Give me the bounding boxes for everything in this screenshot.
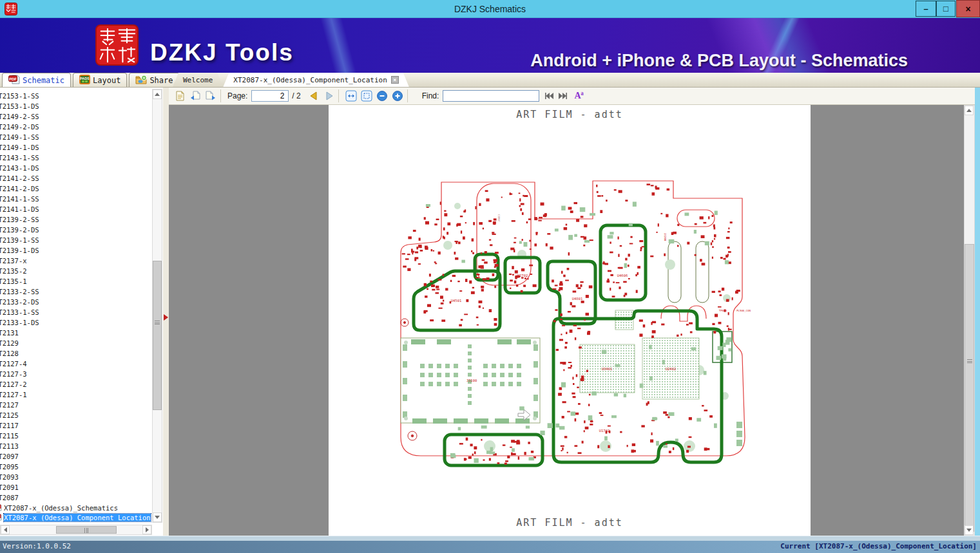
sidebar-item[interactable]: XT2117 [0, 420, 152, 431]
scroll-down-arrow[interactable] [153, 512, 162, 522]
sidebar-item[interactable]: XT2087 [0, 492, 152, 503]
sidebar-item[interactable]: XT2135-1 [0, 276, 152, 286]
svg-text:J3100: J3100 [466, 379, 477, 382]
tab-bar: PDFSchematicPADSLayoutShare WelcomeXT208… [0, 73, 980, 88]
banner-app-name: DZKJ Tools [150, 39, 294, 66]
bottom-strip [0, 536, 980, 541]
minimize-button[interactable]: – [916, 1, 936, 17]
page-total: / 2 [292, 91, 300, 100]
bga-areas [580, 310, 699, 399]
sidebar-item[interactable]: XT2149-1-DS [0, 142, 152, 153]
scroll-right-arrow[interactable] [142, 525, 151, 534]
tab-schematic[interactable]: PDFSchematic [2, 73, 71, 87]
tab-label: Schematic [23, 76, 64, 85]
close-button[interactable]: × [956, 0, 980, 17]
sidebar-item[interactable]: XT2153-1-DS [0, 101, 152, 111]
sidebar-item[interactable]: XT2139-1-DS [0, 245, 152, 256]
sidebar-item[interactable]: XT2129 [0, 338, 152, 348]
pdf-file-icon [0, 513, 2, 522]
sidebar-file-item[interactable]: XT2087-x_(Odessa)_Schematics [0, 503, 152, 512]
sidebar-hscroll-thumb[interactable] [56, 526, 117, 534]
version-text: Version:1.0.0.52 [3, 542, 71, 550]
sidebar-item[interactable]: XT2139-1-SS [0, 235, 152, 245]
share-icon [135, 75, 147, 86]
sidebar-item[interactable]: XT2133-2-SS [0, 286, 152, 297]
rotate-left-icon[interactable] [189, 90, 201, 102]
find-label: Find: [422, 91, 439, 100]
find-input[interactable] [443, 90, 539, 102]
doc-tab-welcome[interactable]: Welcome [173, 73, 223, 87]
sidebar-item[interactable]: XT2095 [0, 462, 152, 472]
sidebar-item[interactable]: XT2141-2-DS [0, 183, 152, 194]
find-next-icon[interactable] [557, 91, 568, 100]
sidebar-item[interactable]: XT2137-x [0, 256, 152, 266]
rotate-right-icon[interactable] [205, 90, 216, 102]
page-number-input[interactable] [251, 90, 289, 102]
sidebar-item[interactable]: XT2141-1-SS [0, 194, 152, 204]
zoom-in-icon[interactable] [392, 90, 403, 102]
next-page-icon[interactable] [325, 91, 334, 101]
sidebar-horizontal-scrollbar[interactable] [0, 525, 152, 535]
sidebar-item[interactable]: XT2128 [0, 348, 152, 359]
sidebar-item[interactable]: XT2141-1-DS [0, 204, 152, 214]
panel-splitter[interactable] [163, 88, 169, 536]
sidebar-item[interactable]: XT2149-2-SS [0, 111, 152, 122]
doc-scroll-down-arrow[interactable] [965, 525, 974, 535]
font-size-icon[interactable]: Aª [574, 91, 583, 101]
sidebar-item[interactable]: XT2127 [0, 400, 152, 410]
pcb-component-diagram: J3100U8401U2402U2702U4801U4606U4501U1702… [329, 105, 811, 536]
sidebar-item[interactable]: XT2133-2-DS [0, 297, 152, 307]
sidebar-item[interactable]: XT2115 [0, 431, 152, 441]
sidebar-item[interactable]: XT2127-4 [0, 359, 152, 369]
sidebar-item[interactable]: XT2091 [0, 482, 152, 492]
maximize-button[interactable]: □ [936, 1, 956, 17]
pdf-page: ART FILM - adtt [329, 105, 811, 536]
scroll-up-arrow[interactable] [153, 89, 162, 99]
sidebar-item[interactable]: XT2125 [0, 410, 152, 420]
page-thumbnail-icon[interactable] [174, 90, 186, 102]
window-right-border [975, 88, 980, 536]
sidebar-item[interactable]: XT2127-2 [0, 379, 152, 389]
sidebar-vertical-scrollbar[interactable] [152, 89, 162, 523]
zoom-out-icon[interactable] [376, 90, 388, 102]
doc-scroll-up-arrow[interactable] [965, 106, 974, 115]
sidebar-item[interactable]: XT2097 [0, 451, 152, 462]
sidebar-item[interactable]: XT2141-2-SS [0, 173, 152, 183]
find-previous-icon[interactable] [544, 91, 555, 100]
document-vertical-scrollbar[interactable] [964, 105, 975, 536]
document-viewport[interactable]: ART FILM - adtt [169, 105, 964, 536]
tab-close-icon[interactable]: × [391, 76, 399, 84]
sidebar-item[interactable]: XT2133-1-DS [0, 317, 152, 328]
fit-page-icon[interactable] [361, 90, 372, 102]
status-bar: Version:1.0.0.52 Current [XT2087-x_(Odes… [0, 541, 980, 553]
svg-text:U4801: U4801 [572, 297, 583, 301]
sidebar-item[interactable]: XT2127-1 [0, 389, 152, 400]
sidebar-item[interactable]: XT2131 [0, 328, 152, 338]
sidebar-item[interactable]: XT2127-3 [0, 369, 152, 379]
sidebar-item[interactable]: XT2153-1-SS [0, 91, 152, 101]
sidebar-item[interactable]: XT2149-1-SS [0, 132, 152, 142]
tab-layout[interactable]: PADSLayout [73, 73, 127, 87]
sidebar-item[interactable]: XT2143-1-DS [0, 163, 152, 173]
sidebar-item[interactable]: XT2133-1-SS [0, 307, 152, 317]
doc-vscroll-thumb[interactable] [965, 244, 974, 532]
sidebar-item[interactable]: XT2139-2-SS [0, 214, 152, 225]
svg-text:PDF: PDF [9, 77, 17, 80]
scroll-left-arrow[interactable] [1, 525, 10, 534]
sidebar-item[interactable]: XT2113 [0, 441, 152, 451]
splitter-collapse-arrow-icon[interactable] [164, 314, 168, 321]
sidebar-vscroll-thumb[interactable] [153, 261, 162, 410]
sidebar-item[interactable]: XT2093 [0, 472, 152, 482]
tab-share[interactable]: Share [129, 73, 179, 87]
fit-width-icon[interactable] [345, 90, 357, 102]
sidebar-item[interactable]: XT2135-2 [0, 266, 152, 276]
sidebar-item[interactable]: XT2149-2-DS [0, 122, 152, 132]
model-list-panel: XT2153-1-SSXT2153-1-DSXT2149-2-SSXT2149-… [0, 88, 169, 536]
sidebar-item[interactable]: XT2143-1-SS [0, 153, 152, 163]
sidebar-file-item[interactable]: XT2087-x_(Odessa)_Component_Location [0, 512, 152, 522]
svg-text:C0907: C0907 [497, 214, 501, 223]
doc-tab-component-location[interactable]: XT2087-x_(Odessa)_Component_Location× [223, 73, 408, 87]
board-slots [668, 241, 709, 303]
previous-page-icon[interactable] [309, 91, 318, 101]
sidebar-item[interactable]: XT2139-2-DS [0, 225, 152, 235]
